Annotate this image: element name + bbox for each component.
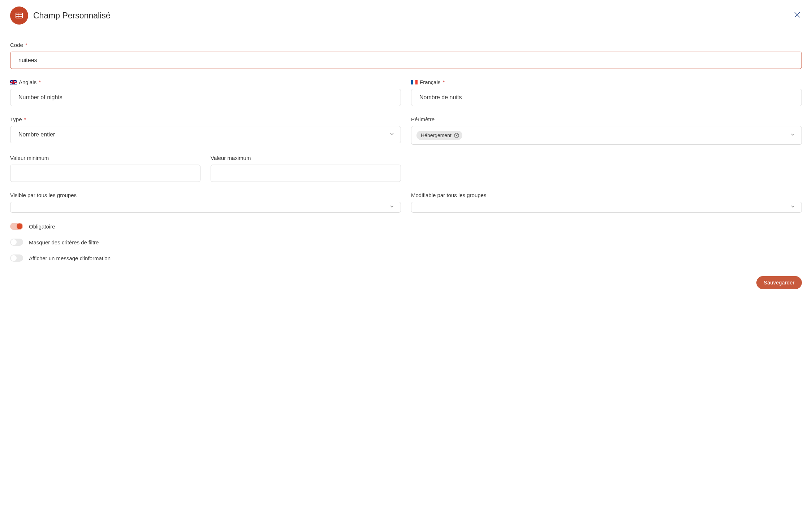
visible-groups-label: Visible par tous les groupes <box>10 192 401 198</box>
visible-groups-select[interactable] <box>10 202 401 213</box>
info-msg-toggle-label: Afficher un message d'information <box>29 255 111 261</box>
fr-flag-icon <box>411 80 418 84</box>
dialog-header: Champ Personnalisé <box>10 6 802 25</box>
info-msg-toggle[interactable] <box>10 254 23 262</box>
custom-field-icon <box>10 6 28 25</box>
required-asterisk: * <box>443 79 445 85</box>
perimeter-select[interactable]: Hébergement <box>411 126 802 145</box>
save-button[interactable]: Sauvegarder <box>756 276 802 289</box>
editable-groups-value <box>411 202 802 213</box>
perimeter-label-text: Périmètre <box>411 116 435 122</box>
uk-flag-icon <box>10 80 17 84</box>
visible-groups-value <box>10 202 401 213</box>
english-input[interactable] <box>10 89 401 106</box>
required-toggle-label: Obligatoire <box>29 223 55 230</box>
type-select-value: Nombre entier <box>10 126 401 143</box>
editable-groups-label: Modifiable par tous les groupes <box>411 192 802 198</box>
hide-filter-toggle-label: Masquer des critères de filtre <box>29 239 99 245</box>
perimeter-tag: Hébergement <box>416 131 462 140</box>
type-select[interactable]: Nombre entier <box>10 126 401 143</box>
perimeter-label: Périmètre <box>411 116 802 122</box>
min-label: Valeur minimum <box>10 155 200 161</box>
max-label: Valeur maximum <box>211 155 401 161</box>
min-input[interactable] <box>10 165 200 182</box>
max-input[interactable] <box>211 165 401 182</box>
close-icon <box>454 133 459 138</box>
editable-groups-select[interactable] <box>411 202 802 213</box>
hide-filter-toggle[interactable] <box>10 239 23 246</box>
code-label-text: Code <box>10 42 23 48</box>
required-toggle[interactable] <box>10 223 23 230</box>
page-title: Champ Personnalisé <box>33 11 111 21</box>
spacer <box>411 155 802 182</box>
english-label-text: Anglais <box>19 79 36 85</box>
french-input[interactable] <box>411 89 802 106</box>
type-label-text: Type <box>10 116 22 122</box>
close-icon <box>794 12 800 18</box>
header-left: Champ Personnalisé <box>10 6 111 25</box>
french-label-text: Français <box>420 79 441 85</box>
required-asterisk: * <box>24 116 26 122</box>
required-asterisk: * <box>25 42 27 48</box>
code-label: Code * <box>10 42 802 48</box>
remove-tag-button[interactable] <box>454 132 459 138</box>
svg-rect-0 <box>16 13 22 18</box>
french-label: Français * <box>411 79 802 85</box>
english-label: Anglais * <box>10 79 401 85</box>
type-label: Type * <box>10 116 401 122</box>
perimeter-tag-label: Hébergement <box>421 132 452 138</box>
code-input[interactable] <box>10 52 802 69</box>
close-button[interactable] <box>792 10 802 21</box>
required-asterisk: * <box>39 79 41 85</box>
